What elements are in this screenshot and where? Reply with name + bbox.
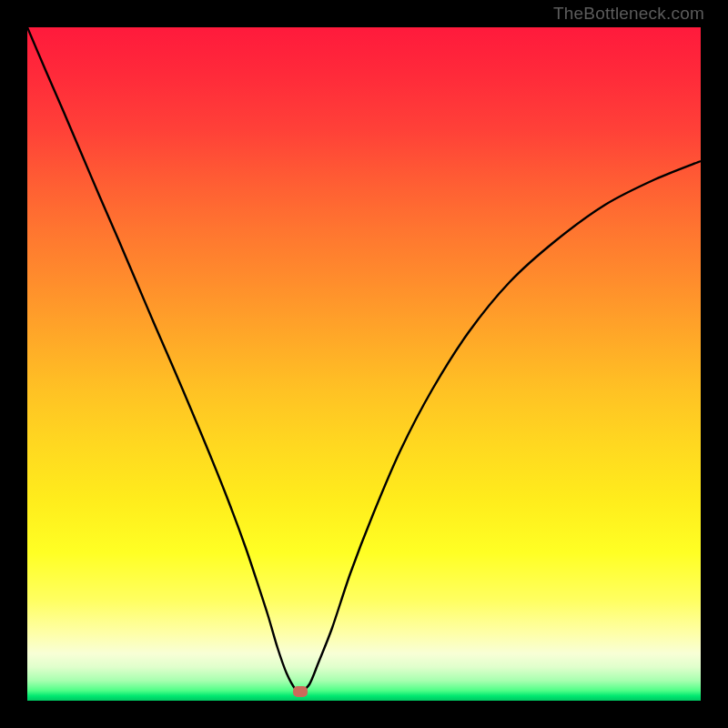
curve-svg	[27, 27, 701, 701]
minimum-marker	[293, 686, 308, 697]
chart-frame	[27, 27, 701, 701]
bottleneck-curve	[27, 27, 701, 692]
attribution-text: TheBottleneck.com	[553, 4, 704, 24]
